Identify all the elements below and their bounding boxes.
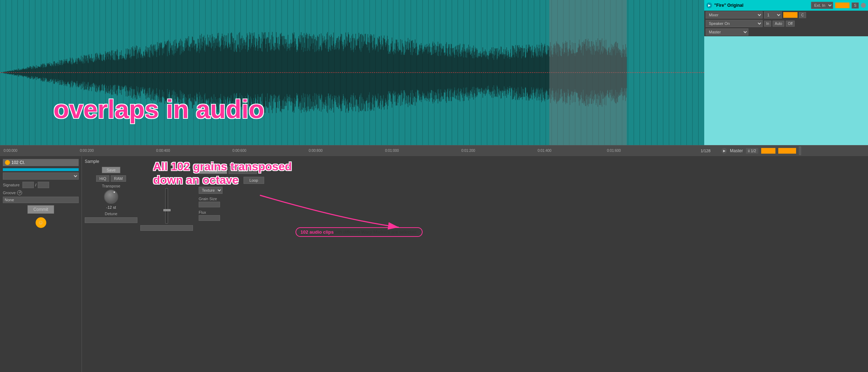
yellow-circle-icon (5, 160, 10, 165)
loop-row: Loop (199, 177, 264, 184)
fader-track[interactable] (165, 188, 168, 224)
grain-size-value[interactable]: 65.00 (199, 202, 220, 207)
s-button[interactable]: S (852, 2, 859, 9)
knob-indicator (113, 191, 115, 193)
fader-handle[interactable] (163, 209, 171, 211)
slave-button[interactable]: Slave (229, 167, 257, 174)
warp-button[interactable]: Warp (199, 167, 227, 174)
controls-row: Save HiQ RAM Transpose -12 st Detune (85, 167, 701, 231)
yellow-face-icon: ☺ (36, 217, 46, 228)
groove-row: Groove ↺ (3, 190, 79, 195)
hiq-ram-row: HiQ RAM (96, 175, 126, 182)
status-circle (861, 3, 866, 8)
ruler-mark-8: 0:01:600 (607, 149, 621, 153)
transpose-label: Transpose (102, 184, 120, 188)
left-panel: 102 Cl. Signature 4 / 4 Groove ↺ None Co… (0, 156, 82, 372)
flux-value[interactable]: 25.00 (199, 215, 220, 221)
sig-denominator[interactable]: 4 (38, 182, 49, 188)
center-panel: Sample Save HiQ RAM Transpose -12 st (82, 156, 704, 372)
off-button[interactable]: Off (786, 21, 795, 27)
half-display: ii 1/2 (746, 148, 758, 154)
ext-in-dropdown[interactable]: Ext. In (811, 2, 833, 9)
mixer-dropdown[interactable]: Mixer (706, 11, 763, 18)
ext-in-value[interactable]: 28 (835, 2, 849, 8)
ruler-mark-2: 0:00:400 (156, 149, 170, 153)
sig-numerator[interactable]: 4 (22, 182, 34, 188)
loop-button[interactable]: Loop (244, 177, 264, 184)
track-name-label: 102 Cl. (11, 160, 25, 165)
track-name-box: 102 Cl. (3, 159, 79, 166)
detune-input[interactable]: 0 ct (85, 217, 137, 223)
ruler-mark-4: 0:00:800 (309, 149, 323, 153)
grain-size-section: Grain Size 65.00 (199, 197, 264, 207)
grain-size-label: Grain Size (199, 197, 264, 201)
right-sub-panel: Warp Slave Loop Texture Grain Size 65.00 (196, 167, 267, 221)
mixer-value-dropdown[interactable]: 1 (764, 11, 782, 18)
track-header: ▶ "Fire" Original Ext. In 28 S (704, 0, 868, 11)
transpose-value: -12 st (106, 205, 116, 209)
track-title: "Fire" Original (714, 3, 809, 8)
timeline-ruler: 0:00:000 0:00:200 0:00:400 0:00:600 0:00… (0, 145, 868, 156)
ruler-mark-1: 0:00:200 (80, 149, 94, 153)
texture-row: Texture (199, 187, 264, 194)
speaker-dropdown[interactable]: Speaker On (706, 20, 763, 27)
detune-label: Detune (105, 212, 117, 216)
ruler-mark-0: 0:00:000 (4, 149, 17, 153)
auto-button[interactable]: Auto (773, 21, 784, 27)
speaker-row: Speaker On In Auto Off (704, 19, 868, 28)
ruler-marks: 0:00:000 0:00:200 0:00:400 0:00:600 0:00… (4, 145, 697, 156)
ruler-mark-6: 0:01:200 (461, 149, 475, 153)
transport-zero[interactable]: 0 (761, 148, 775, 154)
color-bar (3, 168, 79, 171)
signature-row: Signature 4 / 4 (3, 182, 79, 188)
transpose-knob[interactable] (104, 190, 118, 204)
transport-minus-five[interactable]: -5.0 (778, 148, 796, 154)
sig-slash: / (35, 183, 36, 187)
commit-button[interactable]: Commit (27, 205, 54, 214)
right-spacer (704, 156, 868, 372)
fader-section: -15.5 dB (140, 188, 193, 231)
col1: Save HiQ RAM Transpose -12 st Detune (85, 167, 137, 223)
master-row: Master (704, 28, 868, 36)
save-button[interactable]: Save (102, 167, 120, 173)
waveform-area[interactable]: // Will be drawn by canvas below overlap… (0, 0, 704, 145)
play-button[interactable]: ▶ (721, 148, 727, 154)
fraction-display: 1/128 (701, 149, 718, 153)
flux-label: Flux (199, 210, 264, 214)
groove-label: Groove (3, 191, 16, 195)
master-dropdown[interactable]: Master (706, 28, 748, 36)
ram-button[interactable]: RAM (111, 175, 126, 182)
clip-dropdown[interactable] (3, 172, 79, 180)
master-label-transport: Master (730, 148, 743, 153)
warp-slave-row: Warp Slave (199, 167, 264, 174)
ruler-mark-7: 0:01:400 (538, 149, 551, 153)
in-button[interactable]: In (764, 21, 771, 27)
detune-section: Detune 0 ct (85, 212, 137, 223)
transport-handle[interactable] (799, 147, 801, 155)
transpose-section: Transpose -12 st (102, 184, 120, 209)
transport-bar: 1/128 ▶ Master ii 1/2 0 -5.0 (701, 147, 864, 155)
c-button[interactable]: C (799, 12, 806, 18)
track-icon: ▶ (706, 2, 712, 8)
ruler-mark-5: 0:01:000 (385, 149, 399, 153)
texture-dropdown[interactable]: Texture (199, 187, 223, 194)
teal-display (704, 36, 868, 145)
hiq-button[interactable]: HiQ (96, 175, 109, 182)
right-panel: ▶ "Fire" Original Ext. In 28 S Mixer 1 0… (704, 0, 868, 145)
mixer-row: Mixer 1 0 C (704, 11, 868, 19)
signature-label: Signature (3, 183, 20, 187)
sample-header: Sample (85, 159, 701, 164)
mixer-zero[interactable]: 0 (783, 12, 798, 18)
ruler-mark-3: 0:00:600 (232, 149, 246, 153)
groove-value-box: None (3, 197, 79, 203)
flux-section: Flux 25.00 (199, 210, 264, 221)
groove-randomize-button[interactable]: ↺ (17, 190, 22, 195)
fader-value[interactable]: -15.5 dB (140, 225, 193, 231)
